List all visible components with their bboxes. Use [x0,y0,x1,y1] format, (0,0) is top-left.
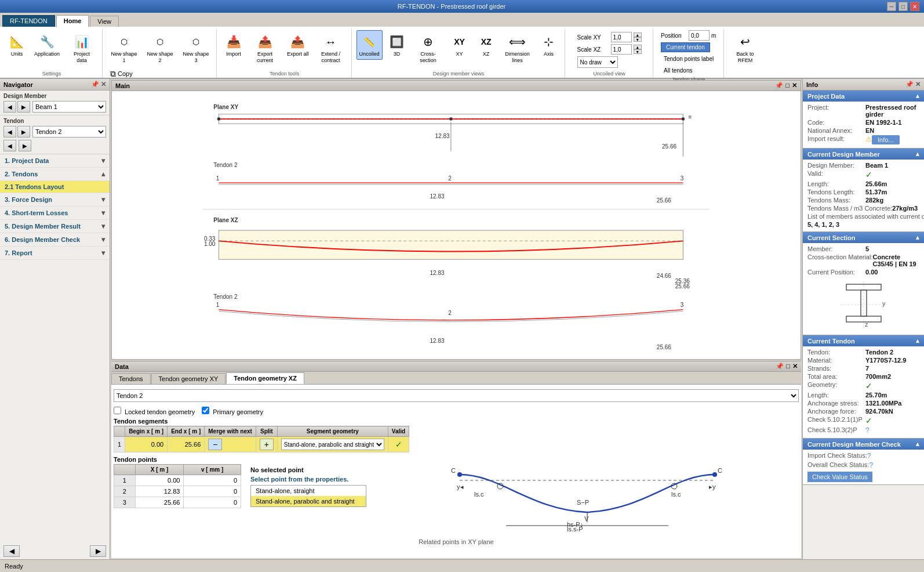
tab-rf-tendon[interactable]: RF-TENDON [2,15,55,27]
tp-row-3[interactable]: 3 25.66 0 [114,497,241,508]
scale-xz-down[interactable]: ▼ [634,49,642,54]
units-button[interactable]: 📐 Units [5,30,29,60]
nav-project-data[interactable]: 1. Project Data ▾ [0,154,110,168]
no-draw-select[interactable]: No draw [577,56,618,68]
info-panel-header-icons[interactable]: 📌 ✕ [905,81,921,88]
data-panel-header-icons[interactable]: 📌 □ ✕ [776,363,798,370]
new-shape3-button[interactable]: ⬡ New shape 3 [179,30,213,66]
beam-select[interactable]: Beam 1 [32,101,106,113]
nav-report[interactable]: 7. Report ▾ [0,247,110,260]
tendon-prev-btn[interactable]: ◀ [3,126,16,137]
info-pin-icon[interactable]: 📌 [905,81,914,88]
current-design-member-header[interactable]: Current Design Member ▴ [803,149,924,160]
tp-row-2[interactable]: 2 12.83 0 [114,486,241,497]
tp-v-2[interactable]: 0 [184,486,241,497]
xy-button[interactable]: XY XY [448,30,472,60]
extend-contract-button[interactable]: ↔ Extend / contract [314,30,348,66]
primary-geometry-label[interactable]: Primary geometry [202,407,263,415]
back-to-rfem-button[interactable]: ↩ Back to RFEM [729,30,762,66]
scale-xz-spin[interactable]: ▲ ▼ [634,45,642,54]
tab-view[interactable]: View [90,16,119,27]
new-shape2-button[interactable]: ⬡ New shape 2 [143,30,177,66]
minimize-btn[interactable]: ─ [887,2,896,11]
nav-force-design[interactable]: 3. Force Design ▾ [0,193,110,207]
maximize-btn[interactable]: □ [898,2,908,11]
3d-button[interactable]: 🔲 3D [385,30,409,60]
segment-geometry-select[interactable]: Stand-alone, parabolic and straight [281,439,384,450]
tp-x-2[interactable]: 12.83 [135,486,184,497]
main-view-header-icons[interactable]: 📌 □ ✕ [775,82,797,89]
locked-geometry-label[interactable]: Locked tendon geometry [114,407,195,415]
titlebar-controls[interactable]: ─ □ ✕ [887,2,919,11]
seg-begin-x[interactable]: 0.00 [125,437,168,452]
info-btn[interactable]: Info... [872,135,900,144]
nav-tendons-layout[interactable]: 2.1 Tendons Layout [0,181,110,193]
project-data-button[interactable]: 📊 Project data [65,30,99,66]
tendon-points-label-btn[interactable]: Tendon points label [661,54,716,64]
nav-bottom-next[interactable]: ▶ [90,545,106,557]
current-design-member-check-header[interactable]: Current Design Member Check ▴ [803,439,924,450]
nav-close-icon[interactable]: ✕ [101,81,106,88]
seg-geometry[interactable]: Stand-alone, parabolic and straight [277,437,388,452]
nav-design-member-check[interactable]: 6. Design Member Check ▾ [0,233,110,247]
locked-geometry-checkbox[interactable] [114,407,121,414]
data-panel-close-icon[interactable]: ✕ [792,363,798,370]
scale-xz-up[interactable]: ▲ [634,45,642,49]
nav-tendons[interactable]: 2. Tendons ▴ [0,168,110,181]
new-shape1-button[interactable]: ⬡ New shape 1 [107,30,141,66]
tp-x-1[interactable]: 0.00 [135,475,184,486]
tab-tendon-geometry-xy[interactable]: Tendon geometry XY [151,373,226,384]
check-value-status-button[interactable]: Check Value Status [807,472,872,482]
scale-xy-input[interactable] [611,32,632,42]
scale-xy-up[interactable]: ▲ [634,32,642,37]
tp-row-1[interactable]: 1 0.00 0 [114,475,241,486]
tendon-select[interactable]: Tendon 2 [32,126,106,137]
seg-split-btn[interactable]: + [256,437,277,452]
tp-v-3[interactable]: 0 [184,497,241,508]
import-button[interactable]: 📥 Import [221,30,246,60]
main-view-pin-icon[interactable]: 📌 [775,82,783,89]
tp-x-3[interactable]: 25.66 [135,497,184,508]
scale-xy-spin[interactable]: ▲ ▼ [634,32,642,42]
tab-tendons[interactable]: Tendons [111,373,151,384]
tendon-extra-next[interactable]: ▶ [19,140,31,151]
axis-button[interactable]: ⊹ Axis [537,30,561,60]
data-panel-pin-icon[interactable]: 📌 [776,363,784,370]
tab-tendon-geometry-xz[interactable]: Tendon geometry XZ [226,372,304,384]
tab-home[interactable]: Home [56,15,89,27]
position-input[interactable] [689,30,710,41]
dropdown-option-1[interactable]: Stand-alone, straight [251,486,366,496]
all-tendons-button[interactable]: All tendons [661,66,716,75]
beam-next-btn[interactable]: ▶ [17,101,30,113]
scale-xy-down[interactable]: ▼ [634,37,642,42]
nav-design-member-result[interactable]: 5. Design Member Result ▾ [0,220,110,233]
split-button[interactable]: + [260,439,274,450]
info-close-icon[interactable]: ✕ [915,81,921,88]
scale-xz-input[interactable] [611,44,632,55]
dimension-lines-button[interactable]: ⟺ Dimension lines [501,30,534,66]
main-view-close-icon[interactable]: ✕ [792,82,797,89]
cross-section-button[interactable]: ⊕ Cross-section [412,30,445,66]
beam-prev-btn[interactable]: ◀ [3,101,16,113]
primary-geometry-checkbox[interactable] [202,407,209,414]
export-all-button[interactable]: 📤 Export all [284,30,312,60]
data-panel-maximize-icon[interactable]: □ [786,363,790,370]
nav-pin-icon[interactable]: 📌 [91,81,99,88]
current-section-header[interactable]: Current Section ▴ [803,232,924,243]
tendon-next-btn[interactable]: ▶ [17,126,30,137]
uncoiled-button[interactable]: 📏 Uncoiled [356,30,383,60]
data-tendon-select[interactable]: Tendon 2 [114,389,799,402]
current-tendon-header[interactable]: Current Tendon ▴ [803,335,924,346]
segment-row-1[interactable]: 1 0.00 25.66 − + [114,437,409,452]
seg-merge-btn[interactable]: − [205,437,256,452]
navigator-header-icons[interactable]: 📌 ✕ [91,81,106,88]
export-current-button[interactable]: 📤 Export current [248,30,282,66]
tp-v-1[interactable]: 0 [184,475,241,486]
merge-button[interactable]: − [208,439,222,450]
xz-button[interactable]: XZ XZ [474,30,499,60]
nav-bottom-prev[interactable]: ◀ [3,545,20,557]
seg-end-x[interactable]: 25.66 [168,437,205,452]
dropdown-option-2[interactable]: Stand-alone, parabolic and straight [251,496,366,506]
application-button[interactable]: 🔧 Application [31,30,63,60]
project-data-header[interactable]: Project Data ▴ [803,90,924,102]
